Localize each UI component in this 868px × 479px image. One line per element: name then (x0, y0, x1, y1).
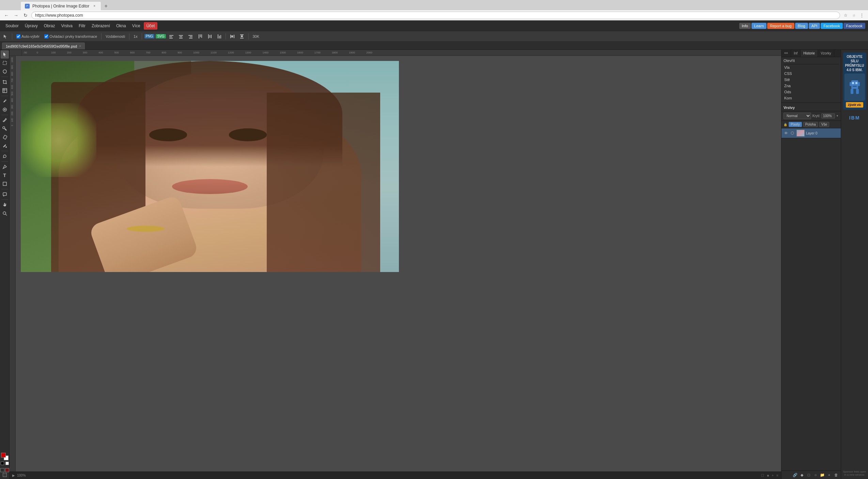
history-item-css[interactable]: CSS (781, 70, 841, 77)
refresh-button[interactable]: ↻ (22, 12, 29, 19)
layer-mask-btn[interactable]: □ (806, 472, 811, 478)
status-icon-2[interactable]: ■ (767, 474, 769, 477)
api-button[interactable]: API (809, 23, 820, 29)
doc-tab-close[interactable]: × (79, 44, 81, 48)
extensions-icon[interactable]: ◽ (850, 12, 857, 19)
layer-item-0[interactable]: 👁 Layer 0 (781, 128, 841, 138)
tool-lasso[interactable] (1, 67, 9, 76)
layer-new-btn[interactable]: + (826, 472, 832, 478)
align-top-button[interactable] (196, 33, 204, 39)
history-item-ods[interactable]: Ods (781, 89, 841, 95)
tool-brush[interactable] (1, 116, 9, 124)
canvas-viewport[interactable] (16, 56, 781, 472)
tool-pen[interactable] (1, 163, 9, 171)
history-item-ste[interactable]: Stě (781, 77, 841, 83)
toolbar-transform-controls[interactable]: Ovládací prvky transformace (43, 34, 99, 39)
menu-ucet[interactable]: Účet (144, 22, 158, 30)
menu-obraz[interactable]: Obraz (41, 22, 58, 30)
tool-dodge-burn[interactable] (1, 152, 9, 160)
report-bug-button[interactable]: Report a bug (767, 23, 794, 29)
menu-upravy[interactable]: Úpravy (22, 22, 41, 30)
status-icon-4[interactable]: ≡ (776, 474, 778, 477)
tool-paint-bucket[interactable] (1, 142, 9, 150)
menu-okna[interactable]: Okna (113, 22, 129, 30)
tool-shape[interactable] (1, 180, 9, 188)
align-right-button[interactable] (186, 33, 195, 39)
tool-crop[interactable] (1, 78, 9, 86)
history-item-vla[interactable]: Vla (781, 64, 841, 70)
filter-vse[interactable]: Vše (819, 122, 829, 127)
standard-mode-icon[interactable] (0, 468, 4, 472)
align-left-button[interactable] (167, 33, 175, 39)
panel-collapse-left[interactable]: «« (781, 50, 791, 57)
quick-mask-icon[interactable] (5, 468, 9, 472)
layer-delete-btn[interactable]: 🗑 (833, 472, 839, 478)
opacity-input[interactable] (821, 113, 835, 118)
panel-tab-historie[interactable]: Historie (801, 50, 818, 57)
browser-tab-active[interactable]: P Photopea | Online Image Editor × (20, 1, 101, 10)
tool-move[interactable] (1, 50, 9, 59)
learn-button[interactable]: Learn (751, 23, 766, 29)
new-tab-button[interactable]: + (101, 2, 111, 10)
svg-line-38 (3, 157, 4, 158)
tool-eraser[interactable] (1, 133, 9, 141)
align-middle-button[interactable] (205, 33, 214, 39)
layer-link-btn[interactable]: 🔗 (792, 472, 798, 478)
tool-marquee[interactable] (1, 59, 9, 67)
panel-tab-vzorky[interactable]: Vzorky (818, 50, 834, 57)
tool-sep-7 (1, 199, 8, 200)
info-button[interactable]: Info (739, 23, 751, 29)
blog-button[interactable]: Blog (795, 23, 808, 29)
tool-hand[interactable] (1, 201, 9, 209)
history-item-kom[interactable]: Kom (781, 95, 841, 101)
layer-visibility-icon[interactable]: 👁 (784, 131, 788, 135)
menu-vice[interactable]: Více (129, 22, 143, 30)
align-bottom-button[interactable] (215, 33, 223, 39)
history-item-zna[interactable]: Zna (781, 83, 841, 89)
color-swatch-container[interactable] (1, 453, 9, 460)
tool-clone[interactable] (1, 125, 9, 133)
layer-link-icon[interactable] (790, 130, 795, 136)
tool-text[interactable]: T (1, 171, 9, 179)
distribute-h-button[interactable] (228, 33, 236, 39)
auto-select-checkbox[interactable] (16, 34, 20, 38)
history-open-item[interactable]: Otevřít (781, 57, 841, 64)
layer-group-btn[interactable]: 📁 (820, 472, 825, 478)
toolbar-select-icon[interactable] (1, 33, 10, 39)
filter-pixely[interactable]: Pixely (789, 122, 802, 127)
tool-notes[interactable] (1, 190, 9, 198)
align-center-button[interactable] (177, 33, 185, 39)
toolbar-auto-select[interactable]: Auto-výběr (15, 34, 41, 39)
status-icon-1[interactable]: ☐ (761, 474, 764, 477)
ad-cta-button[interactable]: Zjistit víc (846, 102, 863, 108)
transform-checkbox[interactable] (44, 34, 48, 38)
screen-mode-icon[interactable] (3, 473, 7, 477)
menu-zobrazeni[interactable]: Zobrazení (89, 22, 113, 30)
twitter-button[interactable]: Facebook (821, 23, 842, 29)
back-button[interactable]: ← (3, 12, 10, 19)
menu-filtr[interactable]: Filtr (76, 22, 88, 30)
panel-tab-inf[interactable]: Inf (791, 50, 801, 57)
tool-slice[interactable] (1, 86, 9, 95)
foreground-color-swatch[interactable] (1, 453, 6, 458)
tool-eyedropper[interactable] (1, 97, 9, 105)
filter-poloha[interactable]: Poloha (803, 122, 818, 127)
reset-colors-icon[interactable] (1, 462, 4, 465)
facebook-button[interactable]: Facebook (843, 23, 865, 29)
tool-zoom[interactable] (1, 209, 9, 218)
menu-vrstva[interactable]: Vrstva (58, 22, 75, 30)
status-icon-3[interactable]: + (772, 474, 774, 477)
address-bar[interactable]: https://www.photopea.com (31, 12, 840, 19)
document-tab[interactable]: 1ed9007c9e6165e0c045659f2ed95f8e.psd × (2, 43, 85, 49)
distribute-v-button[interactable] (238, 33, 246, 39)
swap-colors-icon[interactable] (5, 462, 9, 465)
layer-style-btn[interactable]: ◆ (799, 472, 805, 478)
forward-button[interactable]: → (12, 12, 20, 19)
layer-adj-btn[interactable]: ○ (813, 472, 818, 478)
blend-mode-select[interactable]: Normal Dissolve Multiply (784, 113, 811, 119)
bookmark-icon[interactable]: ☆ (842, 12, 849, 19)
menu-icon[interactable]: ⋮ (858, 12, 865, 19)
tool-heal[interactable] (1, 106, 9, 114)
tab-close-button[interactable]: × (92, 4, 97, 9)
menu-soubor[interactable]: Soubor (3, 22, 21, 30)
